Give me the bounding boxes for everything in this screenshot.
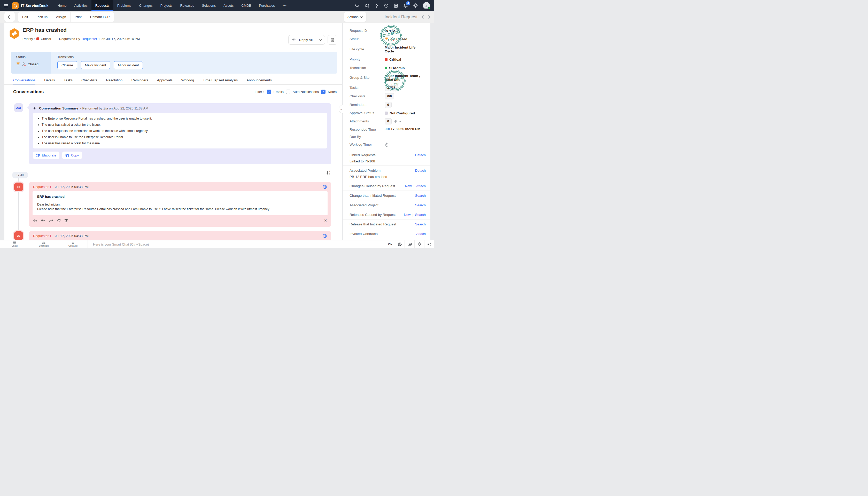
- hamburger-menu-icon[interactable]: [0, 0, 12, 11]
- note-compose-icon[interactable]: [395, 241, 405, 248]
- attach-link[interactable]: Attach: [416, 184, 426, 188]
- tab-details[interactable]: Details: [44, 76, 55, 84]
- status-value-line[interactable]: Closed: [16, 62, 51, 66]
- nav-item-solutions[interactable]: Solutions: [198, 0, 219, 11]
- reply-all-icon[interactable]: [41, 219, 45, 222]
- status-field[interactable]: Closed: [385, 37, 407, 41]
- tag-icon[interactable]: [57, 219, 61, 222]
- chats-tab[interactable]: Chats: [0, 241, 29, 248]
- search-link[interactable]: Search: [415, 193, 426, 198]
- nav-item-releases[interactable]: Releases: [177, 0, 198, 11]
- nav-item-cmdb[interactable]: CMDB: [238, 0, 255, 11]
- announcement-speaker-icon[interactable]: [424, 241, 434, 248]
- detach-link[interactable]: Detach: [415, 169, 426, 172]
- new-link[interactable]: New: [404, 213, 411, 217]
- tab-time-elapsed-analysis[interactable]: Time Elapsed Analysis: [203, 76, 238, 84]
- nav-item-requests[interactable]: Requests: [91, 0, 113, 11]
- email-sender-link[interactable]: Requester 1: [33, 185, 51, 189]
- zia-assistant-icon[interactable]: Zia: [385, 241, 395, 248]
- transition-major-incident-button[interactable]: Major Incident: [81, 61, 110, 69]
- lifecycle-value: Major Incident Life Cycle: [385, 45, 426, 53]
- tab-checklists[interactable]: Checklists: [81, 76, 97, 84]
- survey-icon[interactable]: [394, 3, 398, 8]
- contacts-tab[interactable]: Contacts: [58, 241, 88, 248]
- elaborate-button[interactable]: Elaborate: [33, 152, 59, 159]
- detach-link[interactable]: Detach: [415, 153, 426, 157]
- reply-icon[interactable]: [33, 219, 37, 222]
- nav-item-problems[interactable]: Problems: [113, 0, 135, 11]
- tab-resolution[interactable]: Resolution: [106, 76, 123, 84]
- transition-closure-button[interactable]: Closure: [57, 61, 77, 69]
- linked-request-value[interactable]: Linked to IN-108: [350, 159, 426, 163]
- notifications-bell-icon[interactable]: 4: [403, 3, 408, 8]
- reminders-count-badge[interactable]: 0: [385, 102, 392, 108]
- chevron-down-icon[interactable]: [399, 121, 401, 122]
- search-link[interactable]: Search: [415, 222, 426, 226]
- search-icon[interactable]: [355, 3, 360, 8]
- previous-record-icon[interactable]: [422, 15, 424, 19]
- section-associated-problem: Associated Problem Detach PB-12 ERP has …: [343, 166, 430, 181]
- nav-item-changes[interactable]: Changes: [135, 0, 156, 11]
- filter-notes-checkbox[interactable]: ✓: [321, 90, 325, 94]
- notes-button[interactable]: [328, 35, 337, 45]
- close-icon[interactable]: ✕: [324, 218, 327, 222]
- unmark-fcr-button[interactable]: Unmark FCR: [86, 12, 114, 22]
- checklists-count-badge[interactable]: 0/9: [385, 93, 394, 99]
- history-icon[interactable]: [384, 3, 389, 8]
- tasks-count-badge[interactable]: 37/37: [385, 85, 398, 91]
- tab-announcements[interactable]: Announcements: [246, 76, 272, 84]
- reply-all-button[interactable]: Reply All: [289, 35, 316, 44]
- nav-item-projects[interactable]: Projects: [156, 0, 177, 11]
- stopwatch-icon[interactable]: [385, 142, 389, 147]
- delete-icon[interactable]: [64, 219, 68, 222]
- search-link[interactable]: Search: [415, 213, 426, 217]
- attachments-count-badge[interactable]: 0: [385, 118, 392, 124]
- globe-icon[interactable]: [323, 234, 327, 238]
- smart-chat-input[interactable]: [93, 243, 297, 246]
- tab-more[interactable]: ...: [280, 76, 284, 84]
- sort-order-icon[interactable]: AZ: [326, 170, 331, 176]
- associated-problem-value[interactable]: PB-12 ERP has crashed: [350, 175, 426, 179]
- filter-auto-notifications-checkbox[interactable]: [286, 90, 290, 94]
- channels-tab[interactable]: Channels: [29, 241, 58, 248]
- transition-minor-incident-button[interactable]: Minor incident: [114, 61, 143, 69]
- settings-gear-icon[interactable]: [413, 3, 418, 8]
- edit-button[interactable]: Edit: [18, 12, 32, 22]
- requester-link[interactable]: Requester 1: [82, 37, 100, 41]
- add-ticket-icon[interactable]: [365, 3, 369, 8]
- attach-link[interactable]: Attach: [416, 232, 426, 236]
- forward-icon[interactable]: [49, 219, 53, 222]
- next-record-icon[interactable]: [428, 15, 430, 19]
- nav-item-home[interactable]: Home: [54, 0, 71, 11]
- tab-worklog[interactable]: Worklog: [181, 76, 194, 84]
- copy-summary-button[interactable]: Copy: [62, 152, 82, 159]
- assign-button[interactable]: Assign: [52, 12, 71, 22]
- paperclip-icon[interactable]: [393, 120, 397, 123]
- new-link[interactable]: New: [405, 184, 412, 188]
- actions-dropdown-button[interactable]: Actions: [344, 12, 367, 22]
- email-avatar-icon: ✉: [14, 231, 23, 240]
- nav-item-activities[interactable]: Activities: [70, 0, 91, 11]
- back-button[interactable]: [4, 12, 15, 22]
- nav-item-assets[interactable]: Assets: [219, 0, 238, 11]
- email-sender-link[interactable]: Requester 1: [33, 234, 51, 238]
- user-avatar[interactable]: [423, 2, 430, 9]
- tab-conversations[interactable]: Conversations: [13, 76, 35, 84]
- tab-tasks[interactable]: Tasks: [64, 76, 73, 84]
- zia-actions-bolt-icon[interactable]: [375, 3, 379, 8]
- globe-icon[interactable]: [323, 185, 327, 189]
- nav-item-purchases[interactable]: Purchases: [255, 0, 279, 11]
- lightbulb-icon[interactable]: [414, 241, 424, 248]
- chat-bubble-icon[interactable]: [405, 241, 414, 248]
- tab-reminders[interactable]: Reminders: [131, 76, 148, 84]
- filter-emails-checkbox[interactable]: ✓: [267, 90, 271, 94]
- summary-actions: Elaborate Copy: [29, 149, 331, 162]
- property-row-due-by: Due By -: [350, 134, 426, 139]
- search-link[interactable]: Search: [415, 203, 426, 207]
- pickup-button[interactable]: Pick up: [32, 12, 52, 22]
- copy-id-icon[interactable]: [397, 29, 400, 33]
- nav-more-icon[interactable]: •••: [279, 0, 291, 11]
- reply-options-caret[interactable]: [316, 35, 325, 44]
- tab-approvals[interactable]: Approvals: [157, 76, 172, 84]
- print-button[interactable]: Print: [71, 12, 86, 22]
